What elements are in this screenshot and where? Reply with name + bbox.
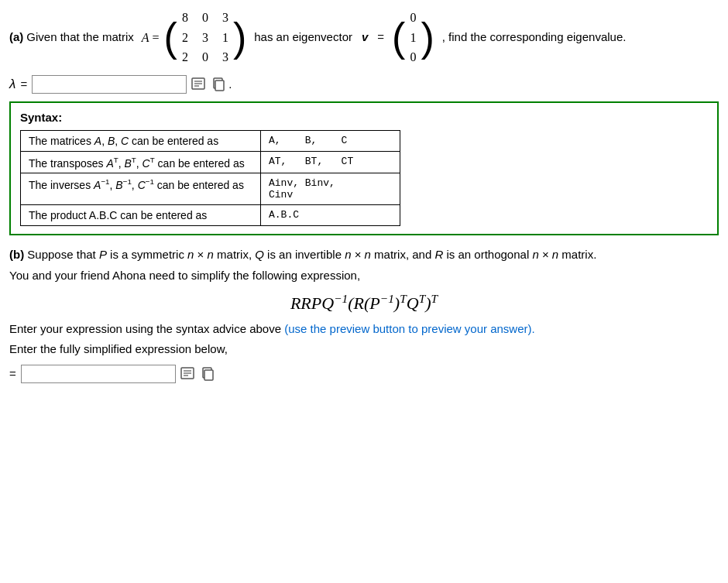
cell-a-02: 3 bbox=[219, 8, 232, 28]
syntax-left-4: The product A.B.C can be entered as bbox=[21, 205, 261, 226]
part-b-text: (b) Suppose that P is a symmetric n × n … bbox=[9, 246, 719, 264]
expression-input[interactable] bbox=[21, 365, 176, 383]
matrix-a-eq: = bbox=[153, 28, 160, 48]
find-eigenvalue-text: , find the corresponding eigenvalue. bbox=[442, 28, 627, 46]
syntax-box: Syntax: The matrices A, B, C can be ente… bbox=[9, 101, 719, 236]
cell-a-01: 0 bbox=[199, 8, 211, 28]
lambda-equals: = bbox=[20, 77, 27, 91]
syntax-right-2: AT, BT, CT bbox=[261, 151, 400, 173]
expr-copy-icon bbox=[201, 367, 215, 381]
preview-icon bbox=[191, 77, 205, 91]
svg-rect-11 bbox=[204, 370, 213, 380]
cell-a-00: 8 bbox=[179, 8, 191, 28]
vector-v-row-3: 0 bbox=[407, 47, 419, 67]
has-eigenvector-text: has an eigenvector bbox=[254, 28, 352, 46]
v-eq: = bbox=[377, 28, 384, 46]
expression-display: RRPQ−1(R(P−1)TQT)T bbox=[9, 292, 719, 314]
syntax-right-3: Ainv, Binv,Cinv bbox=[261, 173, 400, 205]
syntax-right-1: A, B, C bbox=[261, 130, 400, 151]
expression-copy-button[interactable] bbox=[199, 365, 216, 382]
cell-a-11: 3 bbox=[199, 28, 211, 48]
part-a-text: Given that the matrix bbox=[26, 28, 133, 46]
vector-v-right-paren: ) bbox=[421, 17, 434, 57]
matrix-a-container: A = ( 8 0 3 2 3 1 2 0 3 ) bbox=[142, 8, 246, 67]
syntax-table: The matrices A, B, C can be entered as A… bbox=[20, 130, 400, 227]
syntax-row-1: The matrices A, B, C can be entered as A… bbox=[21, 130, 400, 151]
cell-a-22: 3 bbox=[219, 47, 232, 67]
part-b-you-text: You and your friend Ahona need to simpli… bbox=[9, 267, 719, 285]
cell-v-1: 1 bbox=[407, 28, 419, 48]
equals-symbol: = bbox=[9, 367, 16, 380]
matrix-a-row-3: 2 0 3 bbox=[179, 47, 232, 67]
vector-v-rows: 0 1 0 bbox=[407, 8, 419, 67]
syntax-right-4: A.B.C bbox=[261, 205, 400, 226]
syntax-row-4: The product A.B.C can be entered as A.B.… bbox=[21, 205, 400, 226]
matrix-a-rows: 8 0 3 2 3 1 2 0 3 bbox=[179, 8, 232, 67]
cell-a-10: 2 bbox=[179, 28, 191, 48]
lambda-dot: . bbox=[228, 77, 232, 91]
lambda-copy-button[interactable] bbox=[210, 76, 227, 93]
syntax-left-1: The matrices A, B, C can be entered as bbox=[21, 130, 261, 151]
cell-a-12: 1 bbox=[219, 28, 232, 48]
matrix-a-right-paren: ) bbox=[233, 17, 246, 57]
lambda-input[interactable] bbox=[32, 75, 187, 94]
lambda-preview-button[interactable] bbox=[190, 76, 207, 93]
part-b-section: (b) Suppose that P is a symmetric n × n … bbox=[9, 246, 719, 382]
expr-preview-icon bbox=[180, 367, 194, 381]
v-label: v bbox=[362, 28, 368, 46]
vector-v-left-paren: ( bbox=[392, 17, 405, 57]
vector-v-container: ( 0 1 0 ) bbox=[392, 8, 434, 67]
cell-a-20: 2 bbox=[179, 47, 191, 67]
svg-rect-5 bbox=[215, 81, 224, 91]
cell-v-0: 0 bbox=[407, 8, 419, 28]
matrix-a-left-paren: ( bbox=[164, 17, 177, 57]
part-b-simplified-text: Enter the fully simplified expression be… bbox=[9, 341, 719, 358]
expression-preview-button[interactable] bbox=[179, 365, 196, 382]
matrix-a-row-1: 8 0 3 bbox=[179, 8, 232, 28]
syntax-row-3: The inverses A−1, B−1, C−1 can be entere… bbox=[21, 173, 400, 205]
matrix-a-var: A bbox=[142, 28, 149, 48]
syntax-left-3: The inverses A−1, B−1, C−1 can be entere… bbox=[21, 173, 261, 205]
part-a-container: (a) Given that the matrix A = ( 8 0 3 2 … bbox=[9, 8, 719, 67]
lambda-symbol: λ bbox=[9, 77, 15, 92]
copy-icon bbox=[211, 77, 225, 91]
cell-a-21: 0 bbox=[199, 47, 211, 67]
vector-v-row-1: 0 bbox=[407, 8, 419, 28]
syntax-title: Syntax: bbox=[20, 111, 708, 124]
equals-input-row: = bbox=[9, 365, 719, 383]
part-b-enter-text: Enter your expression using the syntax a… bbox=[9, 321, 719, 338]
preview-hint-text: (use the preview button to preview your … bbox=[284, 322, 535, 335]
lambda-input-row: λ = . bbox=[9, 75, 719, 94]
part-b-label: (b) bbox=[9, 248, 24, 261]
vector-v-row-2: 1 bbox=[407, 28, 419, 48]
matrix-a-row-2: 2 3 1 bbox=[179, 28, 232, 48]
syntax-left-2: The transposes AT, BT, CT can be entered… bbox=[21, 151, 261, 173]
part-a-label: (a) bbox=[9, 28, 23, 46]
cell-v-2: 0 bbox=[407, 47, 419, 67]
syntax-row-2: The transposes AT, BT, CT can be entered… bbox=[21, 151, 400, 173]
